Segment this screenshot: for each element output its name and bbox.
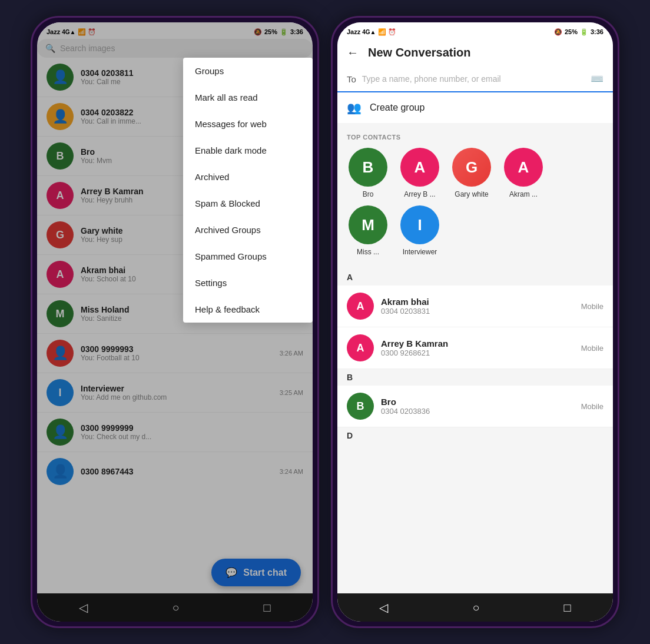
contact-type-bro: Mobile (581, 402, 603, 411)
top-name-akram: Akram ... (509, 190, 538, 198)
create-group-icon: 👥 (347, 101, 362, 115)
top-contact-gary[interactable]: G Gary white (450, 148, 493, 198)
contact-info-akram: Akram bhai 0304 0203831 (381, 297, 574, 316)
contact-type-arrey: Mobile (581, 344, 603, 353)
top-avatar-miss: M (349, 205, 387, 244)
contact-phone-bro: 0304 0203836 (381, 407, 574, 416)
top-contact-bro[interactable]: B Bro (347, 148, 389, 198)
new-conv-content: 👥 Create group TOP CONTACTS B Bro A Arre… (337, 92, 613, 593)
contact-name-akram: Akram bhai (381, 297, 574, 307)
top-avatar-gary: G (452, 148, 491, 187)
menu-item-archived[interactable]: Archived (183, 164, 313, 190)
new-conv-app-bar: ← New Conversation (337, 39, 613, 67)
right-phone: Jazz 4G▲ 📶 ⏰ 🔕 25% 🔋 3:36 ← New Conversa… (331, 16, 619, 628)
create-group-row[interactable]: 👥 Create group (337, 92, 613, 123)
top-avatar-bro: B (349, 148, 387, 187)
nav-back-right[interactable]: ◁ (379, 600, 388, 615)
nav-recent-right[interactable]: □ (563, 601, 571, 615)
alpha-header-d: D (337, 427, 613, 444)
nav-bar-right: ◁ ○ □ (337, 593, 613, 622)
contact-phone-akram: 0304 0203831 (381, 307, 574, 316)
top-name-interviewer: Interviewer (403, 248, 437, 256)
contact-avatar-akram: A (347, 293, 374, 320)
top-name-arrey: Arrey B ... (404, 190, 435, 198)
contact-avatar-bro: B (347, 393, 374, 420)
top-name-bro: Bro (363, 190, 374, 198)
signal-right: 4G▲ (362, 29, 376, 35)
menu-item-spammed-groups[interactable]: Spammed Groups (183, 243, 313, 270)
contact-list-section: A A Akram bhai 0304 0203831 Mobile A Arr… (337, 269, 613, 444)
contact-name-bro: Bro (381, 397, 574, 407)
contact-info-bro: Bro 0304 0203836 (381, 397, 574, 416)
contact-avatar-arrey: A (347, 334, 374, 361)
menu-item-mark-read[interactable]: Mark all as read (183, 84, 313, 111)
top-contacts-grid: B Bro A Arrey B ... G Gary white A Akram… (347, 148, 603, 198)
alpha-header-b: B (337, 369, 613, 386)
left-phone: Jazz 4G▲ 📶 ⏰ 🔕 25% 🔋 3:36 🔍 Search image… (31, 16, 319, 628)
top-contacts-label: TOP CONTACTS (347, 134, 603, 141)
top-contact-interviewer[interactable]: I Interviewer (399, 205, 441, 256)
menu-item-help[interactable]: Help & feedback (183, 296, 313, 323)
contact-bro[interactable]: B Bro 0304 0203836 Mobile (337, 386, 613, 427)
top-avatar-akram: A (504, 148, 543, 187)
time-right: 3:36 (591, 28, 603, 35)
contact-type-akram: Mobile (581, 302, 603, 311)
top-contacts-grid-2: M Miss ... I Interviewer (347, 205, 603, 256)
menu-item-messages-web[interactable]: Messages for web (183, 111, 313, 137)
create-group-label: Create group (370, 102, 425, 113)
menu-item-archived-groups[interactable]: Archived Groups (183, 217, 313, 243)
top-name-gary: Gary white (455, 190, 488, 198)
status-bar-right: Jazz 4G▲ 📶 ⏰ 🔕 25% 🔋 3:36 (337, 22, 613, 39)
carrier-right: Jazz (347, 28, 360, 35)
to-input[interactable]: Type a name, phone number, or email (362, 74, 585, 84)
top-name-miss: Miss ... (357, 248, 379, 256)
dropdown-menu: Groups Mark all as read Messages for web… (183, 58, 313, 323)
right-screen: Jazz 4G▲ 📶 ⏰ 🔕 25% 🔋 3:36 ← New Conversa… (337, 22, 613, 622)
nav-home-right[interactable]: ○ (472, 601, 479, 615)
top-contacts-section: TOP CONTACTS B Bro A Arrey B ... G Gary … (337, 128, 613, 269)
mute-icon-right: 🔕 (554, 28, 562, 36)
menu-item-settings[interactable]: Settings (183, 270, 313, 296)
top-contact-miss[interactable]: M Miss ... (347, 205, 389, 256)
wifi-icon-right: 📶 (378, 28, 386, 36)
top-avatar-interviewer: I (400, 205, 439, 244)
contact-name-arrey: Arrey B Kamran (381, 338, 574, 348)
to-field[interactable]: To Type a name, phone number, or email ⌨… (337, 67, 613, 92)
menu-item-dark-mode[interactable]: Enable dark mode (183, 137, 313, 164)
menu-item-groups[interactable]: Groups (183, 58, 313, 84)
keyboard-icon[interactable]: ⌨️ (591, 72, 603, 85)
contact-akram[interactable]: A Akram bhai 0304 0203831 Mobile (337, 286, 613, 327)
top-contact-arrey[interactable]: A Arrey B ... (399, 148, 441, 198)
top-avatar-arrey: A (400, 148, 439, 187)
alarm-icon-right: ⏰ (388, 28, 396, 36)
contact-phone-arrey: 0300 9268621 (381, 348, 574, 357)
top-contact-akram[interactable]: A Akram ... (502, 148, 545, 198)
contact-info-arrey: Arrey B Kamran 0300 9268621 (381, 338, 574, 357)
alpha-header-a: A (337, 269, 613, 286)
contact-arrey[interactable]: A Arrey B Kamran 0300 9268621 Mobile (337, 327, 613, 369)
to-label: To (347, 74, 356, 84)
page-title: New Conversation (368, 46, 470, 59)
status-left-right: Jazz 4G▲ 📶 ⏰ (347, 28, 396, 36)
left-screen: Jazz 4G▲ 📶 ⏰ 🔕 25% 🔋 3:36 🔍 Search image… (37, 22, 313, 622)
menu-item-spam-blocked[interactable]: Spam & Blocked (183, 190, 313, 217)
battery-right: 25% (565, 28, 578, 35)
back-button[interactable]: ← (347, 46, 359, 59)
battery-icon-right: 🔋 (580, 28, 588, 36)
status-right-right: 🔕 25% 🔋 3:36 (554, 28, 603, 36)
